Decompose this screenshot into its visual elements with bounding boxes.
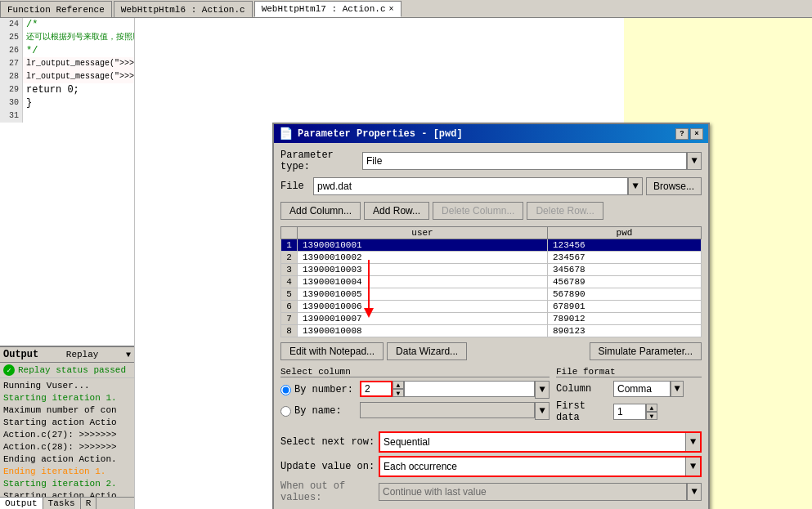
table-row-7[interactable]: 7 13900010007 789012 — [281, 313, 702, 325]
log-line-4: Action.c(27): >>>>>>> — [3, 429, 131, 441]
by-number-dropdown-arrow[interactable]: ▼ — [535, 381, 550, 399]
param-type-row: Parameter type: ▼ — [280, 150, 702, 172]
delete-row-button[interactable]: Delete Row... — [527, 202, 603, 220]
code-line-28: 28 lr_output_message(">>>>>>>>>>>>>>>>>p… — [0, 70, 134, 83]
select-next-row-row: Select next row: ▼ — [280, 431, 702, 453]
table-cell-pwd-1: 123456 — [547, 239, 701, 252]
by-number-extra-input[interactable] — [404, 381, 535, 397]
first-data-up-button[interactable]: ▲ — [646, 404, 657, 412]
dialog-content: Parameter type: ▼ File ▼ Browse... — [274, 143, 708, 509]
by-number-input[interactable] — [360, 381, 393, 397]
table-row-3[interactable]: 3 13900010003 345678 — [281, 264, 702, 276]
table-header-pwd: pwd — [547, 227, 701, 239]
param-type-dropdown-arrow[interactable]: ▼ — [687, 152, 702, 170]
by-number-row: By number: ▲ ▼ ▼ — [280, 381, 550, 399]
code-line-31: 31 — [0, 109, 134, 123]
table-cell-pwd-8: 890123 — [547, 325, 701, 337]
log-line-6: Ending action Action. — [3, 453, 131, 466]
table-cell-num-4: 4 — [281, 276, 298, 288]
column-format-input[interactable] — [613, 381, 671, 397]
column-dropdown-arrow[interactable]: ▼ — [671, 381, 684, 397]
update-value-input[interactable] — [380, 458, 685, 476]
select-next-row-input[interactable] — [380, 433, 685, 451]
bottom-tab-r[interactable]: R — [81, 498, 97, 509]
replay-status-text: Replay status passed — [18, 365, 126, 375]
parameter-properties-dialog: 📄 Parameter Properties - [pwd] ? × Param… — [272, 123, 710, 509]
table-cell-pwd-7: 789012 — [547, 313, 701, 325]
when-out-wrapper: ▼ — [379, 483, 702, 501]
table-cell-user-1: 13900010001 — [298, 239, 548, 252]
left-panel: 24 /* 25 还可以根据列号来取值，按照顺序取某一列下每一行的值 26 */… — [0, 18, 135, 509]
file-dropdown-arrow[interactable]: ▼ — [628, 177, 643, 195]
table-header-num — [281, 227, 298, 239]
table-header-user: user — [298, 227, 548, 239]
by-number-down-button[interactable]: ▼ — [393, 389, 404, 397]
param-type-wrapper: ▼ — [362, 152, 702, 170]
by-name-label: By name: — [294, 405, 360, 417]
table-row-8[interactable]: 8 13900010008 890123 — [281, 325, 702, 337]
table-cell-num-8: 8 — [281, 325, 298, 337]
tab-function-reference[interactable]: Function Reference — [0, 1, 112, 17]
table-row-6[interactable]: 6 13900010006 678901 — [281, 301, 702, 313]
param-type-input[interactable] — [362, 152, 687, 170]
code-line-29: 29 return 0; — [0, 83, 134, 96]
param-type-label: Parameter type: — [280, 150, 362, 172]
when-out-arrow[interactable]: ▼ — [687, 483, 702, 501]
update-value-arrow[interactable]: ▼ — [685, 458, 700, 476]
replay-label: Replay — [66, 350, 99, 359]
select-column-section: Select column By number: ▲ ▼ — [280, 367, 550, 426]
bottom-tab-output[interactable]: Output — [0, 498, 43, 509]
by-name-dropdown-arrow[interactable]: ▼ — [535, 402, 550, 420]
first-data-down-button[interactable]: ▼ — [646, 412, 657, 420]
simulate-parameter-button[interactable]: Simulate Parameter... — [590, 342, 702, 360]
data-table: user pwd 1 13900010001 123456 2 — [280, 226, 702, 337]
table-cell-user-8: 13900010008 — [298, 325, 548, 337]
first-data-input[interactable] — [613, 404, 646, 420]
table-row-5[interactable]: 5 13900010005 567890 — [281, 288, 702, 301]
bottom-tab-tasks[interactable]: Tasks — [43, 498, 81, 509]
table-container: user pwd 1 13900010001 123456 2 — [280, 226, 702, 337]
file-input[interactable] — [313, 177, 628, 195]
when-out-input[interactable] — [379, 483, 687, 501]
tab-close-icon[interactable]: × — [388, 5, 393, 14]
table-cell-pwd-4: 456789 — [547, 276, 701, 288]
browse-button[interactable]: Browse... — [646, 177, 702, 195]
edit-with-notepad-button[interactable]: Edit with Notepad... — [280, 342, 384, 360]
table-row-4[interactable]: 4 13900010004 456789 — [281, 276, 702, 288]
tab-webhttphtml6[interactable]: WebHttpHtml6 : Action.c — [114, 1, 253, 17]
by-number-label: By number: — [294, 384, 360, 395]
by-name-radio[interactable] — [280, 406, 291, 417]
status-icon: ✓ — [3, 364, 15, 376]
table-cell-num-7: 7 — [281, 313, 298, 325]
data-wizard-button[interactable]: Data Wizard... — [387, 342, 467, 360]
tab-webhttphtml7[interactable]: WebHttpHtml7 : Action.c × — [254, 1, 402, 17]
add-row-button[interactable]: Add Row... — [364, 202, 429, 220]
file-format-label: File format — [556, 367, 702, 377]
select-next-row-arrow[interactable]: ▼ — [685, 433, 700, 451]
first-data-label: First data — [556, 400, 613, 423]
code-line-25: 25 还可以根据列号来取值，按照顺序取某一列下每一行的值 — [0, 31, 134, 44]
by-number-input-wrapper: ▲ ▼ ▼ — [360, 381, 550, 399]
table-cell-pwd-3: 345678 — [547, 264, 701, 276]
table-row-2[interactable]: 2 13900010002 234567 — [281, 252, 702, 264]
delete-column-button[interactable]: Delete Column... — [433, 202, 523, 220]
dialog-help-button[interactable]: ? — [675, 128, 689, 140]
table-row-1[interactable]: 1 13900010001 123456 — [281, 239, 702, 252]
add-column-button[interactable]: Add Column... — [280, 202, 361, 220]
dialog-titlebar-buttons: ? × — [675, 128, 703, 140]
code-editor: 24 /* 25 还可以根据列号来取值，按照顺序取某一列下每一行的值 26 */… — [0, 18, 134, 346]
file-row: File ▼ Browse... — [280, 177, 702, 195]
code-line-27: 27 lr_output_message(">>>>>>>>>>>>>>>>>p… — [0, 57, 134, 70]
update-value-wrapper: ▼ — [379, 456, 702, 477]
when-out-label: When out of values: — [280, 480, 379, 503]
column-format-label: Column — [556, 383, 613, 395]
code-line-26: 26 */ — [0, 44, 134, 57]
button-row: Add Column... Add Row... Delete Column..… — [280, 202, 702, 220]
by-number-up-button[interactable]: ▲ — [393, 381, 404, 389]
by-number-radio[interactable] — [280, 385, 291, 395]
dropdown-arrow-output[interactable]: ▼ — [126, 350, 131, 359]
by-name-input[interactable] — [360, 402, 535, 418]
select-next-row-wrapper: ▼ — [379, 431, 702, 453]
when-out-row: When out of values: ▼ — [280, 480, 702, 503]
dialog-close-button[interactable]: × — [690, 128, 703, 140]
